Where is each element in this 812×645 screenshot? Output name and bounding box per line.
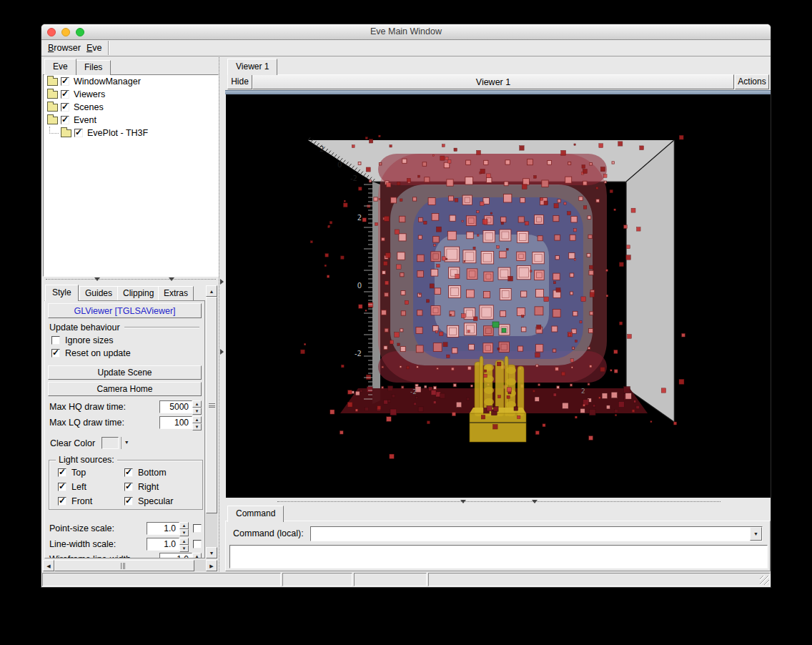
gl-viewport[interactable]: 20-2-2220-2	[226, 94, 771, 498]
spin-up-icon[interactable]: ▲	[192, 553, 202, 558]
tab-eve[interactable]: Eve	[44, 59, 76, 75]
style-panel-scrollbar[interactable]: ▲ ▼	[206, 285, 217, 558]
menu-eve[interactable]: Eve	[86, 43, 102, 53]
light-specular-option[interactable]: ✓ Specular	[124, 496, 173, 506]
light-right-option[interactable]: ✓ Right	[124, 482, 159, 492]
actions-button[interactable]: Actions	[735, 74, 769, 89]
max-hq-spinner[interactable]: 5000 ▲▼	[159, 400, 202, 413]
th3f-box-plot[interactable]: 20-2-2220-2	[226, 94, 771, 498]
update-scene-button[interactable]: Update Scene	[48, 365, 202, 380]
checkbox[interactable]: ✓	[124, 483, 133, 491]
checkbox[interactable]: ✓	[61, 116, 69, 124]
tab-clipping[interactable]: Clipping	[117, 286, 159, 300]
tree-item-scenes[interactable]: ✓ Scenes	[44, 101, 218, 114]
checkbox[interactable]: ✓	[61, 103, 69, 112]
tree-item-eveplot-th3f[interactable]: ✓ EvePlot - TH3F	[44, 127, 218, 139]
max-hq-value[interactable]: 5000	[159, 400, 192, 413]
check-icon: ✓	[59, 496, 66, 506]
hide-button[interactable]: Hide	[227, 74, 252, 89]
resize-grip[interactable]	[760, 576, 769, 585]
point-size-spinner[interactable]: 1.0 ▲▼	[147, 522, 189, 535]
scrollbar-thumb[interactable]	[206, 297, 217, 513]
light-top-option[interactable]: ✓ Top	[58, 468, 86, 478]
tree-item-windowmanager[interactable]: ✓ WindowManager	[44, 75, 218, 88]
tree-item-label[interactable]: Event	[72, 115, 96, 125]
line-width-value[interactable]: 1.0	[147, 538, 179, 551]
combo-dropdown-icon[interactable]: ▼	[750, 527, 762, 541]
clear-color-swatch[interactable]	[102, 437, 119, 449]
tab-files[interactable]: Files	[76, 60, 111, 75]
color-dropdown-icon[interactable]: ▼	[121, 437, 132, 449]
line-width-row: Line-width scale: 1.0 ▲▼	[49, 538, 202, 551]
wireframe-label: Wireframe line-width	[49, 554, 159, 558]
checkbox[interactable]: ✓	[61, 77, 69, 86]
spin-down-icon[interactable]: ▼	[179, 529, 189, 536]
point-size-value[interactable]: 1.0	[147, 522, 179, 535]
tree-item-label[interactable]: EvePlot - TH3F	[86, 128, 148, 138]
scroll-left-button[interactable]: ◀	[43, 560, 54, 571]
check-icon: ✓	[61, 76, 69, 86]
viewer-title-bar[interactable]: Viewer 1	[252, 74, 734, 89]
light-bottom-option[interactable]: ✓ Bottom	[124, 468, 167, 478]
titlebar[interactable]: Eve Main Window	[41, 24, 771, 40]
ignore-sizes-label: Ignore sizes	[65, 335, 113, 345]
tab-guides[interactable]: Guides	[79, 286, 118, 300]
scroll-down-button[interactable]: ▼	[206, 547, 217, 558]
spin-up-icon[interactable]: ▲	[192, 416, 202, 423]
spin-down-icon[interactable]: ▼	[179, 545, 189, 552]
command-output[interactable]	[229, 545, 768, 568]
tab-style[interactable]: Style	[45, 285, 79, 301]
camera-home-button[interactable]: Camera Home	[48, 382, 202, 396]
ignore-sizes-option[interactable]: Ignore sizes	[51, 335, 113, 345]
wireframe-value[interactable]: 1.0	[159, 553, 192, 558]
splitter-left-viewer[interactable]	[219, 57, 225, 571]
checkbox[interactable]: ✓	[124, 468, 133, 477]
menu-browser[interactable]: Browser	[48, 43, 81, 53]
command-panel: Command (local): ▼	[225, 521, 771, 571]
tree-item-event[interactable]: ✓ Event	[44, 114, 218, 127]
checkbox[interactable]	[51, 336, 60, 345]
checkbox[interactable]: ✓	[58, 497, 66, 506]
splitter-tree-style[interactable]	[46, 277, 216, 282]
spin-up-icon[interactable]: ▲	[179, 522, 189, 529]
left-panel-hscrollbar[interactable]: ◀ ▶	[43, 560, 217, 571]
line-width-spinner[interactable]: 1.0 ▲▼	[147, 538, 189, 551]
splitter-viewer-command[interactable]	[277, 499, 721, 505]
command-label: Command (local):	[233, 528, 304, 538]
checkbox[interactable]: ✓	[124, 497, 133, 506]
reset-on-update-option[interactable]: ✓ Reset on update	[51, 348, 131, 358]
checkbox[interactable]: ✓	[61, 90, 69, 99]
tree-item-label[interactable]: Scenes	[72, 102, 104, 112]
checkbox[interactable]: ✓	[58, 483, 66, 491]
light-front-option[interactable]: ✓ Front	[58, 496, 92, 506]
tree-item-viewers[interactable]: ✓ Viewers	[44, 88, 218, 101]
scrollbar-thumb[interactable]	[54, 560, 194, 571]
spin-up-icon[interactable]: ▲	[192, 400, 202, 408]
glviewer-button[interactable]: GLViewer [TGLSAViewer]	[48, 303, 202, 318]
light-left-option[interactable]: ✓ Left	[58, 482, 86, 492]
max-lq-value[interactable]: 100	[159, 416, 192, 429]
checkbox[interactable]	[193, 540, 202, 548]
command-combobox[interactable]: ▼	[310, 526, 763, 541]
checkbox[interactable]: ✓	[51, 349, 60, 358]
command-input[interactable]	[311, 527, 750, 541]
tab-extras[interactable]: Extras	[158, 286, 194, 300]
max-lq-spinner[interactable]: 100 ▲▼	[159, 416, 202, 429]
light-bottom-label: Bottom	[138, 468, 167, 478]
wireframe-spinner[interactable]: 1.0 ▲▼	[159, 553, 202, 558]
clear-color-row: Clear Color ▼	[50, 437, 132, 449]
scroll-up-button[interactable]: ▲	[206, 285, 217, 297]
scroll-right-button[interactable]: ▶	[206, 560, 217, 571]
checkbox[interactable]: ✓	[74, 129, 83, 137]
tab-command[interactable]: Command	[227, 506, 284, 522]
checkbox[interactable]: ✓	[58, 468, 66, 477]
spin-up-icon[interactable]: ▲	[179, 538, 189, 545]
spin-down-icon[interactable]: ▼	[192, 408, 202, 415]
spin-down-icon[interactable]: ▼	[192, 423, 202, 430]
tab-viewer-1[interactable]: Viewer 1	[227, 59, 277, 75]
check-icon: ✓	[59, 467, 66, 477]
checkbox[interactable]	[193, 524, 202, 533]
tree-item-label[interactable]: Viewers	[72, 89, 105, 99]
svg-text:0: 0	[357, 282, 362, 290]
tree-item-label[interactable]: WindowManager	[72, 77, 141, 87]
